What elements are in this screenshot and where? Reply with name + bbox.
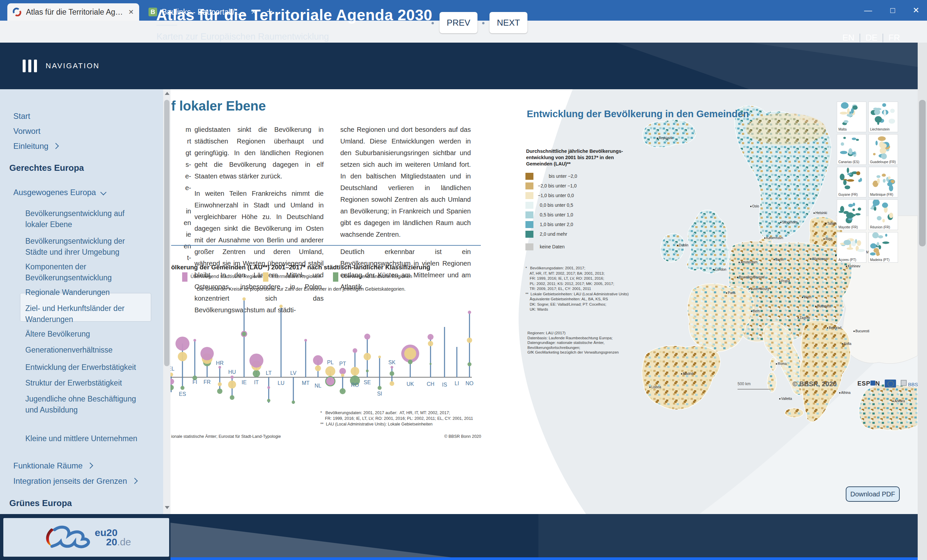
- bottombar-decor-wedge: [170, 523, 473, 560]
- city-label-beograd: Beograd: [829, 326, 842, 329]
- svg-text:PT: PT: [339, 361, 346, 367]
- map-copyright: © BBSR, 2020: [792, 380, 837, 388]
- sidebar-item-generationenverhaeltnisse[interactable]: Generationenverhältnisse: [25, 344, 145, 355]
- map-legend-label: 0,0 bis unter 0,5: [540, 202, 573, 208]
- map-legend-label: bis unter −2,0: [549, 173, 577, 179]
- lang-fr[interactable]: FR: [888, 33, 900, 43]
- espon-logo: ESPN: [857, 380, 880, 387]
- navigation-toggle[interactable]: NAVIGATION: [0, 42, 170, 89]
- sidebar-item-ausgewogenes-europa[interactable]: Ausgewogenes Europa: [13, 187, 106, 198]
- chart-footnotes: * Bevölkerungsdaten: 2001, 2017 außer: A…: [320, 410, 473, 427]
- map-legend-label: −2,0 bis unter −1,0: [538, 183, 577, 188]
- lang-en[interactable]: EN: [842, 33, 854, 43]
- city-label-bern: Bern: [753, 309, 760, 313]
- sidebar-scroll-thumb[interactable]: [164, 100, 169, 366]
- city-label-warszawa: Warszawa: [812, 257, 827, 261]
- lang-de[interactable]: DE: [865, 33, 877, 43]
- city-label-lisboa: Lisboa: [651, 385, 661, 389]
- sidebar-item-einleitung[interactable]: Einleitung: [13, 141, 58, 152]
- city-label-paris: Paris: [728, 291, 736, 294]
- svg-text:LT: LT: [266, 370, 272, 376]
- maximize-button[interactable]: □: [882, 0, 904, 21]
- inset-map-mayotte-fr: Mayotte (FR): [837, 199, 866, 230]
- sidebar-item-gruenes-europa: Grünes Europa: [9, 498, 72, 508]
- sidebar-navigation: StartVorwortEinleitungGerechtes EuropaAu…: [0, 89, 170, 514]
- svg-text:UK: UK: [407, 381, 414, 387]
- legend-label-rural: Überwiegend ländliche Regionen: [341, 274, 412, 279]
- inset-map-martinique-fr: Martinique (FR): [868, 167, 898, 197]
- inset-map-liechtenstein: Liechtenstein: [868, 102, 898, 132]
- bottombar-decor-panel: [538, 514, 927, 560]
- next-button[interactable]: NEXT: [489, 12, 527, 33]
- close-window-button[interactable]: ✕: [905, 0, 927, 21]
- city-label-luxembourg: Luxembourg: [751, 287, 769, 291]
- legend-swatch-rural: [333, 272, 338, 282]
- sidebar-item-regionale-wanderungen[interactable]: Regionale Wanderungen: [25, 287, 145, 298]
- sidebar-item-start[interactable]: Start: [13, 111, 30, 121]
- chevron-right-icon: [132, 478, 138, 484]
- sidebar-item-funktionale-raeume[interactable]: Funktionale Räume: [13, 460, 92, 471]
- inset-map-canarias-es: Canarias (ES): [837, 134, 866, 165]
- sidebar-item-komponenten-der-bevoelkerungsentwicklung[interactable]: Komponenten der Bevölkerungsentwicklung: [25, 261, 145, 283]
- article-heading: f lokaler Ebene: [171, 99, 266, 114]
- language-switcher: EN DE FR: [842, 33, 900, 43]
- close-icon[interactable]: ✕: [128, 8, 134, 16]
- sidebar-item-integration-jenseits-der-grenzen[interactable]: Integration jenseits der Grenzen: [13, 475, 137, 486]
- sidebar-item-bevoelkerungsentwicklung-auf-lokaler-ebe[interactable]: Bevölkerungsentwicklung auf lokaler Eben…: [25, 208, 145, 230]
- chart-source: ionale statistische Ämter; Eurostat für …: [171, 434, 281, 439]
- eu2020-footer: eu20 20.de: [3, 518, 169, 557]
- sidebar-item-jugendliche-ohne-beschaeftigung-und-ausb[interactable]: Jugendliche ohne Beschäftigung und Ausbi…: [25, 393, 145, 416]
- sidebar-item-gerechtes-europa: Gerechtes Europa: [9, 163, 84, 173]
- svg-text:NL: NL: [315, 383, 322, 389]
- map-legend-swatch: [526, 221, 533, 228]
- prev-button[interactable]: PREV: [439, 12, 477, 33]
- inset-map-r-union-fr: Réunion (FR): [868, 199, 898, 230]
- city-label-oslo: Oslo: [752, 205, 759, 208]
- atlas-favicon: [13, 8, 21, 16]
- map-legend-swatch: [526, 243, 533, 250]
- svg-text:FI: FI: [193, 379, 197, 385]
- svg-text:LU: LU: [278, 380, 284, 386]
- city-label-riga: Riga: [825, 237, 833, 241]
- legend-label-urban: Überwiegend städtische Regionen: [190, 274, 264, 279]
- svg-text:MT: MT: [302, 380, 309, 386]
- inset-map-guyane-fr: Guyane (FR): [837, 167, 866, 197]
- scroll-down-icon[interactable]: [165, 506, 169, 509]
- city-label-reykjavik: Reykjavik: [659, 136, 673, 140]
- map-scale-bar: [737, 389, 771, 390]
- tab-atlas[interactable]: Atlas für die Territoriale Agenda ✕: [7, 3, 139, 21]
- city-label-bruxelles-brussel: Bruxelles/Brussel: [739, 275, 764, 279]
- minimize-button[interactable]: —: [857, 0, 879, 21]
- chevron-right-icon: [87, 463, 93, 469]
- city-label-budapest: Budapest: [817, 304, 831, 308]
- city-label-helsinki: Helsinki: [816, 211, 827, 215]
- tab-title: Atlas für die Territoriale Agenda: [26, 8, 123, 17]
- eu-flag-icon: [885, 379, 896, 387]
- sidebar-item-bevoelkerungsentwicklung-der-staedte-und[interactable]: Bevölkerungsentwicklung der Städte und i…: [25, 236, 145, 258]
- scroll-up-icon[interactable]: [165, 92, 169, 95]
- map-legend-swatch: [526, 192, 533, 199]
- download-pdf-button[interactable]: Download PDF: [846, 486, 900, 502]
- carousel-dot: [482, 22, 485, 24]
- sidebar-item-kleine-und-mittlere-unternehmen[interactable]: Kleine und mittlere Unternehmen: [25, 433, 145, 444]
- city-label-ankara: Ankara: [894, 399, 905, 403]
- sidebar-item-ziel-und-herkunftslaender-der-wanderunge[interactable]: Ziel- und Herkunftsländer der Wanderunge…: [25, 303, 145, 325]
- map-legend-swatch: [526, 182, 533, 190]
- sidebar-item-struktur-der-erwerbstaetigkeit[interactable]: Struktur der Erwerbstätigkeit: [25, 378, 145, 389]
- inset-map-malta: Malta: [837, 102, 866, 132]
- city-label-wien: Wien: [804, 295, 812, 299]
- article-column-cut: mrtgts-e-e-inenieent-: [171, 124, 191, 264]
- svg-text:LV: LV: [290, 370, 297, 376]
- city-label-zagreb: Zagreb: [799, 316, 810, 320]
- map-footnotes: * Bevölkerungsdaten: 2001, 2017; AT, HR,…: [526, 266, 629, 312]
- legend-label-intermediate: Intermediäre Regionen: [271, 274, 321, 279]
- sidebar-item-vorwort[interactable]: Vorwort: [13, 126, 40, 137]
- browser-scroll-thumb[interactable]: [919, 100, 925, 246]
- map-legend-label: 1,0 bis unter 2,0: [540, 222, 573, 227]
- svg-text:IS: IS: [442, 382, 447, 387]
- svg-text:SI: SI: [377, 391, 382, 396]
- sidebar-item-aeltere-bevoelkerung[interactable]: Ältere Bevölkerung: [25, 329, 145, 340]
- map-legend-label: 0,5 bis unter 1,0: [540, 212, 573, 217]
- city-label-kishinev: Kishinev: [848, 264, 860, 268]
- sidebar-item-entwicklung-der-erwerbstaetigkeit[interactable]: Entwicklung der Erwerbstätigkeit: [25, 362, 145, 373]
